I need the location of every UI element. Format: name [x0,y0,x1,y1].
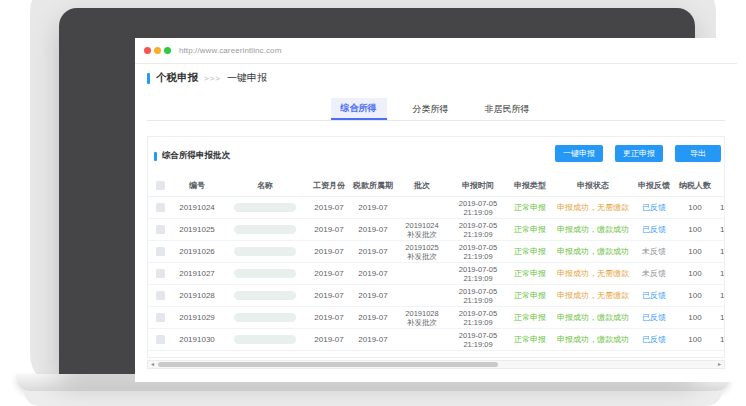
table-row: 20191025 2019-07 2019-07 20191024 补发批次 2… [148,219,725,241]
col-header-time: 申报时间 [448,180,508,191]
batch-table: 编号 名称 工资月份 税款所属期 批次 申报时间 申报类型 申报状态 申报反馈 … [148,175,725,351]
cell-salary-month: 2019-07 [308,335,350,344]
cell-tax-period: 2019-07 [350,313,396,322]
cell-taxpayer-count: 100 [674,269,716,278]
cell-declare-time: 2019-07-05 21:19:09 [448,331,508,349]
scroll-left-icon[interactable]: ◂ [148,361,157,368]
cell-batch-id: 20191030 [172,335,222,344]
cell-batch-id: 20191029 [172,313,222,322]
cell-truncated-value: 11 [716,291,725,300]
row-checkbox[interactable] [156,225,165,234]
cell-name [222,291,308,300]
cell-declare-type: 正常申报 [508,290,552,301]
cell-salary-month: 2019-07 [308,247,350,256]
col-header-status: 申报状态 [552,180,634,191]
accent-bar-icon [147,73,150,84]
cell-taxpayer-count: 100 [674,291,716,300]
minimize-window-icon[interactable] [154,47,161,54]
tab-comprehensive-income[interactable]: 综合所得 [331,98,387,120]
scroll-right-icon[interactable]: ▸ [715,361,724,368]
address-bar[interactable]: http://www.careerintlinc.com [179,46,281,55]
cell-feedback-link[interactable]: 已反馈 [634,202,674,213]
cell-declare-status: 申报成功，缴款成功 [552,312,634,323]
name-redacted-pill [234,313,296,322]
laptop-base-shadow [24,391,722,406]
cell-declare-status: 申报成功，缴款成功 [552,246,634,257]
cell-tax-period: 2019-07 [350,203,396,212]
cell-declare-type: 正常申报 [508,268,552,279]
col-header-taxperiod: 税款所属期 [350,180,396,191]
horizontal-scrollbar[interactable]: ◂ ▸ [147,360,725,369]
cell-name [222,269,308,278]
cell-batch-id: 20191025 [172,225,222,234]
panel-title: 综合所得申报批次 [154,150,230,162]
cell-truncated-value: 11 [716,203,725,212]
export-button[interactable]: 导出 [675,145,721,162]
accent-bar-icon [154,152,157,161]
cell-feedback-link: 未反馈 [634,246,674,257]
cell-declare-type: 正常申报 [508,224,552,235]
cell-tax-period: 2019-07 [350,247,396,256]
cell-declare-type: 正常申报 [508,246,552,257]
tab-classified-income[interactable]: 分类所得 [403,98,459,120]
close-window-icon[interactable] [144,47,151,54]
cell-taxpayer-count: 100 [674,335,716,344]
row-checkbox[interactable] [156,291,165,300]
cell-taxpayer-count: 100 [674,247,716,256]
browser-chrome: http://www.careerintlinc.com [135,38,737,64]
name-redacted-pill [234,335,296,344]
cell-tax-period: 2019-07 [350,225,396,234]
cell-feedback-link[interactable]: 已反馈 [634,334,674,345]
table-header-row: 编号 名称 工资月份 税款所属期 批次 申报时间 申报类型 申报状态 申报反馈 … [148,175,725,197]
cell-batch-id: 20191027 [172,269,222,278]
laptop-screen-frame: http://www.careerintlinc.com 个税申报 >>> 一键… [59,8,695,374]
name-redacted-pill [234,247,296,256]
cell-taxpayer-count: 100 [674,203,716,212]
scrollbar-thumb[interactable] [158,362,498,367]
row-checkbox[interactable] [156,247,165,256]
correct-declare-button[interactable]: 更正申报 [615,145,663,162]
panel-actions: 一键申报 更正申报 导出 [555,145,721,162]
tab-nonresident-income[interactable]: 非居民所得 [475,98,540,120]
row-checkbox[interactable] [156,269,165,278]
cell-name [222,313,308,322]
cell-feedback-link[interactable]: 已反馈 [634,290,674,301]
cell-declare-type: 正常申报 [508,334,552,345]
cell-feedback-link: 未反馈 [634,268,674,279]
cell-truncated-value: 11 [716,335,725,344]
cell-salary-month: 2019-07 [308,225,350,234]
cell-name [222,247,308,256]
cell-feedback-link[interactable]: 已反馈 [634,224,674,235]
one-click-declare-button[interactable]: 一键申报 [555,145,603,162]
cell-declare-status: 申报成功，缴款成功 [552,334,634,345]
cell-truncated-value: 11 [716,225,725,234]
col-header-salary: 工资月份 [308,180,350,191]
col-header-type: 申报类型 [508,180,552,191]
window-controls [144,47,171,54]
cell-tax-period: 2019-07 [350,291,396,300]
name-redacted-pill [234,203,296,212]
zoom-window-icon[interactable] [164,47,171,54]
cell-taxpayer-count: 100 [674,225,716,234]
cell-feedback-link[interactable]: 已反馈 [634,312,674,323]
cell-declare-status: 申报成功，无需缴款 [552,290,634,301]
cell-truncated-value: 11 [716,247,725,256]
cell-tax-period: 2019-07 [350,269,396,278]
cell-salary-month: 2019-07 [308,203,350,212]
table-row: 20191024 2019-07 2019-07 2019-07-05 21:1… [148,197,725,219]
row-checkbox[interactable] [156,313,165,322]
select-all-checkbox[interactable] [156,181,165,190]
cell-declare-time: 2019-07-05 21:19:09 [448,199,508,217]
cell-declare-time: 2019-07-05 21:19:09 [448,221,508,239]
cell-batch-id: 20191026 [172,247,222,256]
cell-declare-time: 2019-07-05 21:19:09 [448,243,508,261]
table-row: 20191026 2019-07 2019-07 20191025 补发批次 2… [148,241,725,263]
col-header-feedback: 申报反馈 [634,180,674,191]
cell-taxpayer-count: 100 [674,313,716,322]
cell-salary-month: 2019-07 [308,313,350,322]
cell-batch-id: 20191028 [172,291,222,300]
table-row: 20191027 2019-07 2019-07 2019-07-05 21:1… [148,263,725,285]
breadcrumb: 个税申报 >>> 一键申报 [147,71,267,85]
row-checkbox[interactable] [156,203,165,212]
row-checkbox[interactable] [156,335,165,344]
